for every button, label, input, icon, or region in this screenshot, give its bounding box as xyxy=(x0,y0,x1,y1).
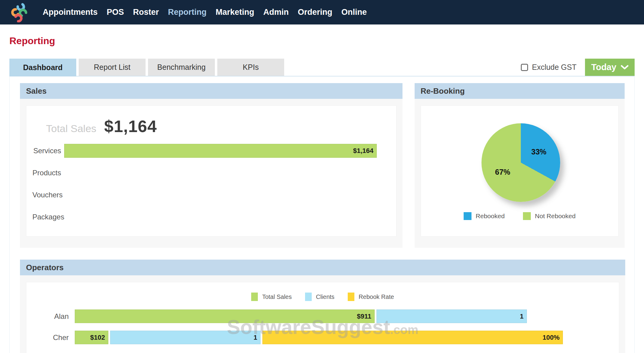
page-title: Reporting xyxy=(9,35,644,47)
operators-bar-chart: Alan$9111Cher$1021100% xyxy=(26,309,619,344)
sales-bar-chart: Services$1,164ProductsVouchersPackages xyxy=(32,140,396,228)
rebooking-chart-card: 33%67% RebookedNot Rebooked xyxy=(421,105,619,237)
top-navbar: AppointmentsPOSRosterReportingMarketingA… xyxy=(0,0,644,24)
legend-item-clients: Clients xyxy=(305,293,334,301)
pie-slice-label-rebooked: 33% xyxy=(531,147,546,156)
tab-kpis[interactable]: KPIs xyxy=(217,59,284,76)
exclude-gst-checkbox[interactable] xyxy=(521,64,528,71)
legend-label: Not Rebooked xyxy=(535,212,576,220)
operators-chart-card: Total SalesClientsRebook Rate Alan$9111C… xyxy=(26,282,619,353)
exclude-gst-label: Exclude GST xyxy=(532,63,577,72)
legend-swatch xyxy=(305,293,312,301)
legend-swatch xyxy=(251,293,258,301)
total-sales-value: $1,164 xyxy=(104,117,157,136)
sales-row-packages: Packages xyxy=(32,206,396,228)
nav-item-marketing[interactable]: Marketing xyxy=(211,8,259,17)
nav-item-admin[interactable]: Admin xyxy=(259,8,293,17)
rebooking-panel: Re-Booking 33%67% RebookedNot Rebooked xyxy=(415,83,625,248)
legend-label: Rebooked xyxy=(476,212,505,220)
total-sales-label: Total Sales xyxy=(46,123,96,134)
operators-panel-header: Operators xyxy=(20,260,625,275)
legend-item-total-sales: Total Sales xyxy=(251,293,292,301)
operator-name-label: Alan xyxy=(26,312,69,321)
nav-item-online[interactable]: Online xyxy=(337,8,371,17)
operator-bar-rebook-rate: 100% xyxy=(262,331,563,344)
operator-name-label: Cher xyxy=(26,333,69,342)
operators-legend: Total SalesClientsRebook Rate xyxy=(26,293,619,301)
sales-bar-segment: $1,164 xyxy=(64,144,377,158)
sales-panel-header: Sales xyxy=(20,83,402,99)
operator-bar-total-sales: $911 xyxy=(75,309,375,323)
legend-label: Rebook Rate xyxy=(359,293,394,300)
pie-slice-label-not-rebooked: 67% xyxy=(495,168,510,176)
sales-category-label: Products xyxy=(32,169,61,177)
operators-panel: Operators Total SalesClientsRebook Rate … xyxy=(20,260,625,353)
rebooking-pie-chart: 33%67% xyxy=(481,123,560,202)
operator-bar-clients: 1 xyxy=(110,331,261,344)
reporting-dashboard-screen: AppointmentsPOSRosterReportingMarketingA… xyxy=(0,0,644,353)
date-range-button[interactable]: Today xyxy=(585,59,635,76)
legend-item-not-rebooked: Not Rebooked xyxy=(523,212,576,220)
sales-category-label: Packages xyxy=(32,213,61,221)
rebooking-panel-header: Re-Booking xyxy=(415,83,625,99)
nav-menu: AppointmentsPOSRosterReportingMarketingA… xyxy=(38,8,371,17)
legend-label: Clients xyxy=(316,293,334,300)
nav-item-appointments[interactable]: Appointments xyxy=(38,8,102,17)
tabs-row: DashboardReport ListBenchmarkingKPIs Exc… xyxy=(0,59,644,76)
legend-item-rebooked: Rebooked xyxy=(464,212,505,220)
sales-row-products: Products xyxy=(32,162,396,184)
sales-row-services: Services$1,164 xyxy=(32,140,396,162)
tab-benchmarking[interactable]: Benchmarking xyxy=(148,59,215,76)
nav-item-roster[interactable]: Roster xyxy=(129,8,164,17)
sales-category-label: Vouchers xyxy=(32,191,61,199)
operator-bar-total-sales: $102 xyxy=(75,331,108,344)
legend-label: Total Sales xyxy=(262,293,292,300)
rebooking-legend: RebookedNot Rebooked xyxy=(421,212,618,220)
legend-swatch xyxy=(348,293,354,301)
tab-report-list[interactable]: Report List xyxy=(79,59,146,76)
dashboard-content: Sales Total Sales $1,164 Services$1,164P… xyxy=(9,76,635,353)
tab-dashboard[interactable]: Dashboard xyxy=(9,59,76,76)
legend-swatch xyxy=(464,212,472,220)
nav-item-reporting[interactable]: Reporting xyxy=(163,8,211,17)
operator-row-alan: Alan$9111 xyxy=(26,309,619,323)
sales-row-vouchers: Vouchers xyxy=(32,184,396,206)
sales-category-label: Services xyxy=(32,147,61,155)
sales-chart-card: Total Sales $1,164 Services$1,164Product… xyxy=(26,105,396,237)
legend-item-rebook-rate: Rebook Rate xyxy=(348,293,394,301)
chevron-down-icon xyxy=(621,65,629,70)
operator-bar-clients: 1 xyxy=(376,309,527,323)
legend-swatch xyxy=(523,212,531,220)
nav-item-ordering[interactable]: Ordering xyxy=(293,8,337,17)
sales-panel: Sales Total Sales $1,164 Services$1,164P… xyxy=(20,83,402,248)
nav-item-pos[interactable]: POS xyxy=(102,8,129,17)
app-logo-icon[interactable] xyxy=(10,2,28,22)
tab-controls: Exclude GST Today xyxy=(521,59,635,76)
date-range-label: Today xyxy=(591,62,616,72)
operator-row-cher: Cher$1021100% xyxy=(26,331,619,344)
